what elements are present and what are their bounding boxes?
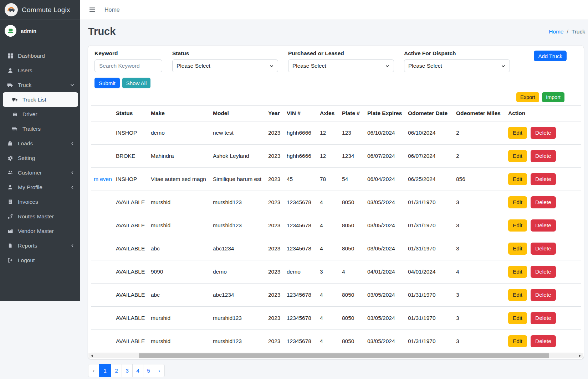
delete-button[interactable]: Delete bbox=[531, 127, 556, 139]
pagination: ‹ 1 2 3 4 5 › bbox=[88, 364, 165, 377]
cell-odometer-date: 06/25/2024 bbox=[405, 167, 453, 191]
chevron-left-icon bbox=[70, 141, 75, 146]
cell-year: 2023 bbox=[265, 214, 284, 237]
cell-vin: 45 bbox=[284, 167, 317, 191]
user-icon bbox=[6, 185, 15, 190]
scroll-left-icon[interactable] bbox=[89, 353, 95, 358]
topbar-home-link[interactable]: Home bbox=[104, 7, 120, 13]
delete-button[interactable]: Delete bbox=[531, 335, 556, 347]
sidebar-item-driver[interactable]: Driver bbox=[3, 107, 77, 121]
pagination-page-5[interactable]: 5 bbox=[143, 364, 154, 377]
cell-make: demo bbox=[148, 121, 210, 144]
sidebar-item-trailers[interactable]: Trailers bbox=[3, 121, 77, 136]
export-import-row: Export Import bbox=[88, 88, 584, 105]
import-button[interactable]: Import bbox=[542, 92, 564, 102]
sidebar-item-setting[interactable]: Setting bbox=[3, 151, 77, 165]
cell-axles: 4 bbox=[317, 306, 339, 329]
sidebar-item-loads[interactable]: Loads bbox=[3, 136, 77, 151]
cell-action: Edit Delete bbox=[505, 260, 581, 283]
show-all-button[interactable]: Show All bbox=[122, 78, 151, 88]
pagination-prev[interactable]: ‹ bbox=[88, 364, 99, 377]
cell-odometer-date: 04/01/2024 bbox=[405, 260, 453, 283]
delete-button[interactable]: Delete bbox=[531, 312, 556, 324]
table-row: AVAILABLE murshid murshid123 2023 123456… bbox=[91, 306, 581, 329]
edit-button[interactable]: Edit bbox=[508, 173, 527, 185]
edit-button[interactable]: Edit bbox=[508, 335, 527, 347]
cell-plate-expires: 03/05/2024 bbox=[364, 283, 405, 306]
purchased-select[interactable]: Please Select bbox=[288, 59, 394, 72]
cell-action: Edit Delete bbox=[505, 214, 581, 237]
sidebar-item-invoices[interactable]: Invoices bbox=[3, 194, 77, 209]
pagination-page-4[interactable]: 4 bbox=[132, 364, 143, 377]
cell-axles: 3 bbox=[317, 260, 339, 283]
delete-button[interactable]: Delete bbox=[531, 266, 556, 278]
cell-make: 9090 bbox=[148, 260, 210, 283]
sidebar-item-vendor-master[interactable]: Vendor Master bbox=[3, 224, 77, 238]
cell-odometer-miles: 3 bbox=[453, 306, 505, 329]
submit-button[interactable]: Submit bbox=[94, 78, 120, 88]
topbar: Home bbox=[80, 0, 588, 20]
cell-odometer-miles: 3 bbox=[453, 283, 505, 306]
edit-button[interactable]: Edit bbox=[508, 243, 527, 255]
table-row: AVAILABLE abc abc1234 2023 12345678 4 80… bbox=[91, 237, 581, 260]
add-truck-button[interactable]: Add Truck bbox=[534, 51, 567, 61]
sidebar-item-truck-list[interactable]: Truck List bbox=[3, 92, 78, 107]
cell-odometer-miles: 3 bbox=[453, 191, 505, 214]
delete-button[interactable]: Delete bbox=[531, 243, 556, 255]
brand-name: Commute Logix bbox=[22, 6, 70, 14]
edit-button[interactable]: Edit bbox=[508, 150, 527, 162]
pagination-next[interactable]: › bbox=[154, 364, 165, 377]
sidebar-item-dashboard[interactable]: Dashboard bbox=[3, 48, 77, 63]
avatar[interactable] bbox=[5, 25, 16, 37]
delete-button[interactable]: Delete bbox=[531, 196, 556, 208]
cell-action: Edit Delete bbox=[505, 191, 581, 214]
pagination-page-2[interactable]: 2 bbox=[111, 364, 122, 377]
cell-odometer-miles: 3 bbox=[453, 329, 505, 353]
chevron-down-icon bbox=[385, 64, 390, 68]
edit-button[interactable]: Edit bbox=[508, 266, 527, 278]
pagination-page-3[interactable]: 3 bbox=[122, 364, 133, 377]
sidebar-item-my-profile[interactable]: My Profile bbox=[3, 180, 77, 194]
horizontal-scrollbar[interactable] bbox=[88, 353, 583, 358]
cell-model: abc1234 bbox=[210, 237, 265, 260]
cell-plate-expires: 06/04/2024 bbox=[364, 167, 405, 191]
cell-year: 2023 bbox=[265, 283, 284, 306]
edit-button[interactable]: Edit bbox=[508, 312, 527, 324]
pagination-page-1[interactable]: 1 bbox=[99, 364, 111, 377]
keyword-input[interactable] bbox=[94, 59, 162, 72]
cell-make: murshid bbox=[148, 306, 210, 329]
breadcrumb-home-link[interactable]: Home bbox=[549, 28, 563, 35]
filter-actions: Submit Show All bbox=[88, 72, 584, 88]
sidebar-item-logout[interactable]: Logout bbox=[3, 253, 77, 268]
delete-button[interactable]: Delete bbox=[531, 150, 556, 162]
sidebar-item-customer[interactable]: Customer bbox=[3, 165, 77, 180]
scrollbar-thumb[interactable] bbox=[139, 353, 549, 358]
delete-button[interactable]: Delete bbox=[531, 173, 556, 185]
edit-button[interactable]: Edit bbox=[508, 127, 527, 139]
edit-button[interactable]: Edit bbox=[508, 289, 527, 301]
sidebar-item-reports[interactable]: Reports bbox=[3, 238, 77, 253]
cell-make: murshid bbox=[148, 191, 210, 214]
edit-button[interactable]: Edit bbox=[508, 219, 527, 232]
sidebar-item-truck[interactable]: Truck bbox=[3, 78, 77, 92]
delete-button[interactable]: Delete bbox=[531, 289, 556, 301]
edit-button[interactable]: Edit bbox=[508, 196, 527, 208]
truck-icon bbox=[10, 97, 19, 102]
brand[interactable]: Commute Logix bbox=[0, 0, 80, 20]
cell-status: AVAILABLE bbox=[113, 329, 148, 353]
truck-name-link[interactable]: m even bbox=[94, 176, 112, 182]
cell-action: Edit Delete bbox=[505, 329, 581, 353]
scroll-right-icon[interactable] bbox=[577, 353, 583, 358]
menu-toggle-icon[interactable] bbox=[89, 7, 96, 13]
table-row: AVAILABLE abc abc1234 2023 12345678 4 80… bbox=[91, 283, 581, 306]
dispatch-select[interactable]: Please Select bbox=[404, 59, 510, 72]
delete-button[interactable]: Delete bbox=[531, 219, 556, 232]
table-row: BROKE Mahindra Ashok Leyland 2023 hghh66… bbox=[91, 144, 581, 167]
status-select[interactable]: Please Select bbox=[172, 59, 278, 72]
cell-year: 2023 bbox=[265, 237, 284, 260]
export-button[interactable]: Export bbox=[516, 92, 539, 102]
sidebar-item-routes-master[interactable]: Routes Master bbox=[3, 209, 77, 224]
cell-plate-expires: 03/05/2024 bbox=[364, 306, 405, 329]
sidebar-item-users[interactable]: Users bbox=[3, 63, 77, 78]
route-icon bbox=[6, 214, 15, 219]
